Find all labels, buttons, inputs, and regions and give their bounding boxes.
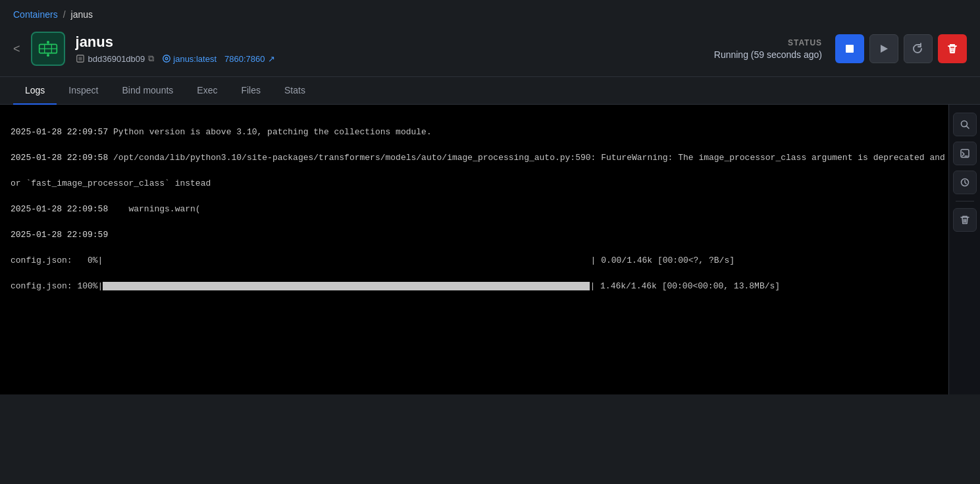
breadcrumb: Containers / janus xyxy=(0,0,980,26)
stop-icon xyxy=(844,43,856,55)
delete-button[interactable] xyxy=(938,34,967,63)
tab-stats[interactable]: Stats xyxy=(272,77,317,105)
container-id: bdd36901db09 xyxy=(88,54,145,64)
container-header: < janus bdd36901db09 ⧉ janus:latest xyxy=(0,26,980,77)
port-link[interactable]: 7860:7860 ↗ xyxy=(224,54,274,64)
log-line: 2025-01-28 22:09:58 warnings.warn( xyxy=(11,203,938,216)
search-icon xyxy=(960,119,970,130)
tab-exec[interactable]: Exec xyxy=(185,77,229,105)
log-container: 2025-01-28 22:09:57 Python version is ab… xyxy=(0,105,980,394)
clock-icon xyxy=(960,177,970,188)
container-icon xyxy=(31,32,65,66)
image-link[interactable]: janus:latest xyxy=(162,54,217,64)
terminal-icon xyxy=(960,148,970,159)
trash-icon xyxy=(946,43,958,55)
status-value: Running (59 seconds ago) xyxy=(714,49,822,60)
breadcrumb-separator: / xyxy=(63,9,66,20)
search-log-button[interactable] xyxy=(953,113,977,136)
container-id-row: bdd36901db09 ⧉ xyxy=(76,53,155,64)
clear-logs-button[interactable] xyxy=(953,208,977,232)
tab-bar: Logs Inspect Bind mounts Exec Files Stat… xyxy=(0,77,980,105)
restart-icon xyxy=(912,43,924,55)
breadcrumb-current: janus xyxy=(71,9,93,20)
tab-bind-mounts[interactable]: Bind mounts xyxy=(111,77,186,105)
svg-rect-12 xyxy=(846,45,854,53)
terminal-button[interactable] xyxy=(953,142,977,165)
start-button[interactable] xyxy=(869,34,898,63)
header-info: janus bdd36901db09 ⧉ janus:latest 7860:7… xyxy=(76,34,714,64)
sidebar-divider xyxy=(956,201,974,202)
log-line-progress-100: config.json: 100%|| 1.46k/1.46k [00:00<0… xyxy=(11,280,938,293)
svg-point-11 xyxy=(166,57,168,60)
log-line: or `fast_image_processor_class` instead xyxy=(11,177,938,190)
tab-inspect[interactable]: Inspect xyxy=(57,77,110,105)
status-label: STATUS xyxy=(788,38,822,47)
svg-point-4 xyxy=(47,41,49,43)
log-sidebar xyxy=(948,105,980,394)
svg-point-5 xyxy=(47,54,49,57)
container-name: janus xyxy=(76,34,714,51)
stop-button[interactable] xyxy=(835,34,864,63)
header-actions xyxy=(835,34,967,63)
header-meta: bdd36901db09 ⧉ janus:latest 7860:7860 ↗ xyxy=(76,53,714,64)
image-name: janus:latest xyxy=(173,54,217,64)
header-status: STATUS Running (59 seconds ago) xyxy=(714,38,822,60)
svg-point-10 xyxy=(163,55,170,63)
svg-rect-9 xyxy=(78,57,82,60)
nav-back-arrow[interactable]: < xyxy=(13,42,20,56)
tab-files[interactable]: Files xyxy=(229,77,272,105)
play-icon xyxy=(878,43,890,55)
clear-icon xyxy=(960,215,970,225)
log-line: 2025-01-28 22:09:59 xyxy=(11,229,938,242)
breadcrumb-parent-link[interactable]: Containers xyxy=(13,9,58,20)
tab-logs[interactable]: Logs xyxy=(13,77,57,105)
port-value: 7860:7860 xyxy=(224,54,265,64)
external-link-icon: ↗ xyxy=(268,54,275,64)
log-line-progress-0: config.json: 0%| | 0.00/1.46k [00:00<?, … xyxy=(11,254,938,267)
copy-id-icon[interactable]: ⧉ xyxy=(148,53,154,64)
cube-icon xyxy=(76,54,85,63)
restart-button[interactable] xyxy=(904,34,933,63)
log-output[interactable]: 2025-01-28 22:09:57 Python version is ab… xyxy=(0,105,948,394)
log-line: 2025-01-28 22:09:58 /opt/conda/lib/pytho… xyxy=(11,151,938,165)
log-line: 2025-01-28 22:09:57 Python version is ab… xyxy=(11,126,938,139)
svg-line-18 xyxy=(966,126,969,129)
history-button[interactable] xyxy=(953,171,977,194)
svg-marker-13 xyxy=(881,45,888,53)
image-icon xyxy=(162,54,171,63)
